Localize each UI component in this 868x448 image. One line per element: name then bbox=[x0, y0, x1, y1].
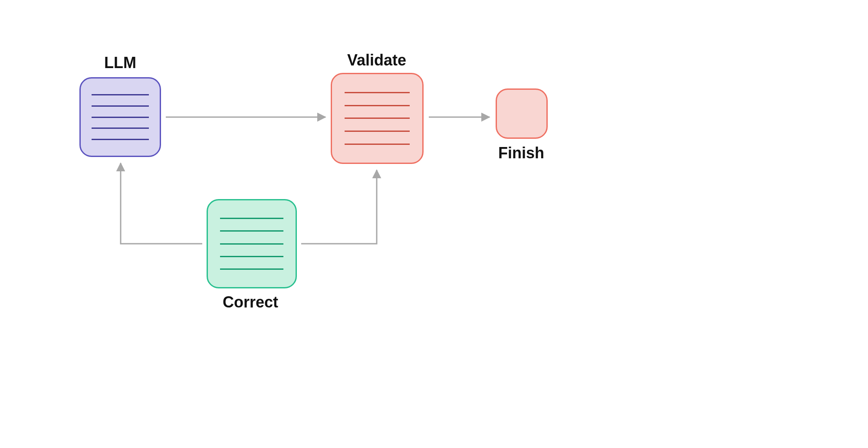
validate-node bbox=[331, 73, 424, 164]
validate-label: Validate bbox=[347, 51, 406, 69]
edge-correct-to-llm bbox=[121, 163, 202, 244]
finish-label: Finish bbox=[498, 144, 544, 162]
document-lines-icon bbox=[220, 218, 283, 270]
document-lines-icon bbox=[345, 92, 410, 145]
finish-node bbox=[496, 88, 548, 139]
llm-label: LLM bbox=[104, 54, 136, 72]
diagram-canvas: LLM Validate Correct Finish bbox=[0, 0, 868, 448]
correct-node bbox=[207, 199, 297, 288]
edge-correct-to-validate bbox=[301, 170, 377, 244]
correct-label: Correct bbox=[223, 293, 278, 311]
llm-node bbox=[79, 77, 161, 157]
document-lines-icon bbox=[92, 94, 148, 141]
